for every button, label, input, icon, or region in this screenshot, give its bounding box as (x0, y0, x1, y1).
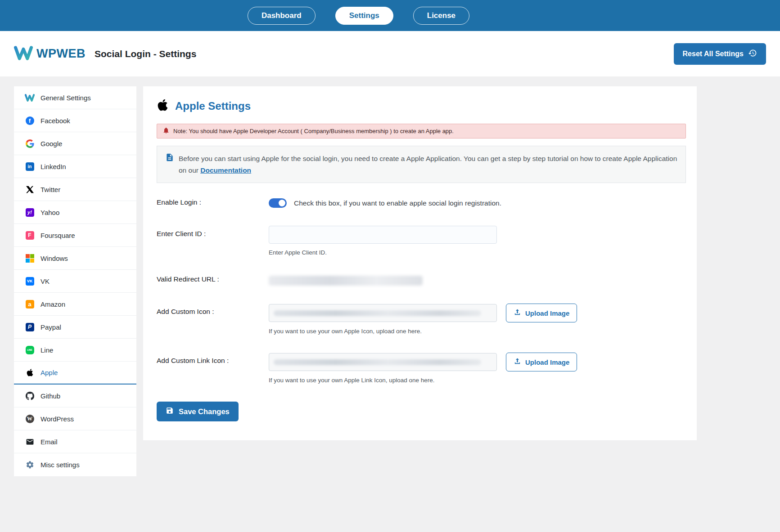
google-icon (25, 139, 35, 148)
sidebar-item-email[interactable]: Email (14, 430, 136, 453)
section-title: Apple Settings (175, 100, 251, 112)
top-navigation-bar: Dashboard Settings License (0, 0, 780, 31)
paypal-icon: P (25, 322, 35, 332)
developer-account-note: Note: You should have Apple Developer Ac… (157, 124, 686, 139)
documentation-link[interactable]: Documentation (200, 166, 251, 174)
redirect-url-row: Valid Redirect URL : (157, 274, 686, 286)
enable-login-toggle[interactable] (269, 198, 287, 208)
client-id-help: Enter Apple Client ID. (269, 249, 686, 256)
github-icon (25, 391, 35, 401)
wpweb-logo-icon (14, 45, 33, 63)
info-text: Before you can start using Apple for the… (179, 153, 677, 176)
apple-settings-panel: Apple Settings Note: You should have App… (143, 86, 697, 440)
bell-icon (162, 127, 170, 135)
sidebar-item-misc-settings[interactable]: Misc settings (14, 453, 136, 476)
custom-link-icon-row: Add Custom Link Icon : Upload Image (157, 353, 686, 384)
email-icon (25, 437, 35, 447)
custom-link-icon-help: If you want to use your own Apple Link I… (269, 377, 686, 384)
wpweb-logo: WPWEB (14, 45, 86, 63)
sidebar-item-general-settings[interactable]: General Settings (14, 86, 136, 109)
redirect-url-redacted-value (269, 276, 423, 286)
sidebar-item-label: General Settings (41, 94, 91, 102)
redirect-url-label: Valid Redirect URL : (157, 274, 269, 286)
line-icon: LINE (25, 345, 35, 355)
facebook-icon: f (25, 116, 35, 125)
sidebar-item-apple[interactable]: Apple (14, 362, 136, 384)
sidebar-item-line[interactable]: LINE Line (14, 339, 136, 362)
sidebar: General Settings f Facebook Google in Li… (14, 86, 136, 476)
page-header: WPWEB Social Login - Settings Reset All … (0, 31, 780, 76)
apple-icon (25, 368, 35, 378)
sidebar-item-linkedin[interactable]: in LinkedIn (14, 155, 136, 178)
logo-text: WPWEB (36, 47, 86, 61)
sidebar-item-github[interactable]: Github (14, 384, 136, 407)
tab-dashboard[interactable]: Dashboard (248, 7, 316, 25)
reset-button-label: Reset All Settings (683, 50, 744, 58)
upload-icon (514, 358, 521, 367)
enable-login-label: Enable Login : (157, 198, 269, 208)
gear-icon (25, 460, 35, 470)
windows-icon (25, 253, 35, 263)
wordpress-icon: W (25, 414, 35, 424)
custom-link-icon-input[interactable] (269, 353, 497, 371)
vk-icon: VK (25, 276, 35, 286)
top-nav-tabs: Dashboard Settings License (248, 7, 469, 25)
save-icon (166, 407, 174, 416)
custom-icon-redacted-value (274, 310, 481, 316)
custom-icon-row: Add Custom Icon : Upload Image (157, 304, 686, 335)
sidebar-item-foursquare[interactable]: F Foursquare (14, 224, 136, 247)
sidebar-item-twitter[interactable]: Twitter (14, 178, 136, 201)
twitter-x-icon (25, 184, 35, 194)
tab-settings[interactable]: Settings (335, 7, 393, 25)
custom-icon-upload-button[interactable]: Upload Image (506, 304, 577, 322)
sidebar-item-windows[interactable]: Windows (14, 247, 136, 270)
custom-icon-help: If you want to use your own Apple Icon, … (269, 328, 686, 335)
enable-login-row: Enable Login : Check this box, if you wa… (157, 198, 686, 208)
note-text: Note: You should have Apple Developer Ac… (173, 128, 454, 134)
custom-icon-label: Add Custom Icon : (157, 304, 269, 335)
custom-link-icon-label: Add Custom Link Icon : (157, 353, 269, 384)
custom-icon-input[interactable] (269, 304, 497, 322)
client-id-label: Enter Client ID : (157, 226, 269, 256)
enable-login-description: Check this box, if you want to enable ap… (294, 199, 501, 207)
client-id-row: Enter Client ID : Enter Apple Client ID. (157, 226, 686, 256)
sidebar-item-google[interactable]: Google (14, 132, 136, 155)
tab-license[interactable]: License (413, 7, 469, 25)
reset-icon (748, 49, 757, 59)
page-title: Social Login - Settings (95, 49, 196, 59)
sidebar-item-yahoo[interactable]: y! Yahoo (14, 201, 136, 224)
document-icon (165, 153, 174, 176)
sidebar-item-paypal[interactable]: P Paypal (14, 316, 136, 339)
client-id-input[interactable] (269, 226, 497, 244)
documentation-info-box: Before you can start using Apple for the… (157, 146, 686, 183)
sidebar-item-facebook[interactable]: f Facebook (14, 109, 136, 132)
apple-icon (157, 98, 169, 114)
upload-icon (514, 308, 521, 317)
sidebar-item-vk[interactable]: VK VK (14, 270, 136, 293)
yahoo-icon: y! (25, 207, 35, 217)
reset-all-settings-button[interactable]: Reset All Settings (674, 43, 766, 65)
foursquare-icon: F (25, 230, 35, 240)
custom-link-icon-redacted-value (274, 359, 481, 365)
amazon-icon: a (25, 299, 35, 309)
save-changes-button[interactable]: Save Changes (157, 402, 239, 421)
wpweb-logo-icon (25, 93, 35, 103)
linkedin-icon: in (25, 161, 35, 171)
sidebar-item-amazon[interactable]: a Amazon (14, 293, 136, 316)
sidebar-item-wordpress[interactable]: W WordPress (14, 407, 136, 430)
custom-link-icon-upload-button[interactable]: Upload Image (506, 353, 577, 371)
